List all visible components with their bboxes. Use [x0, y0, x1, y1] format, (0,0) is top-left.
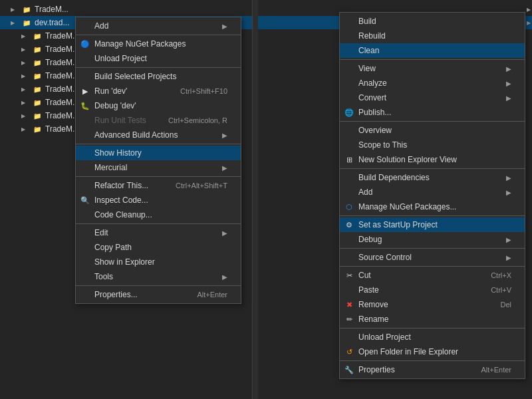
expand-arrow: ▶ [21, 113, 32, 119]
menu-label: Build Selected Projects [94, 72, 227, 81]
menu-label: Unload Project [358, 332, 511, 342]
menu-item-left-0[interactable]: Add ▶ [76, 19, 241, 33]
menu-label: Run Unit Tests [94, 116, 155, 125]
menu-item-left-9[interactable]: Advanced Build Actions ▶ [76, 128, 241, 142]
menu-separator-left-10 [76, 144, 241, 144]
menu-item-right-10[interactable]: Scope to This [340, 138, 525, 152]
menu-label: Add [358, 188, 503, 197]
menu-item-left-12[interactable]: Mercurial ▶ [76, 160, 241, 175]
menu-item-right-5[interactable]: Analyze ▶ [340, 76, 525, 90]
menu-item-right-2[interactable]: Clean [340, 43, 525, 58]
menu-item-right-11[interactable]: ⊞ New Solution Explorer View [340, 152, 525, 167]
menu-label: Manage NuGet Packages... [358, 202, 511, 211]
menu-shortcut: Alt+Enter [481, 366, 511, 374]
menu-separator-left-17 [76, 223, 241, 224]
menu-label: Refactor This... [94, 181, 162, 190]
menu-item-left-19[interactable]: Copy Path [76, 240, 241, 255]
menu-item-right-23[interactable]: Paste Ctrl+V [340, 283, 525, 297]
menu-item-right-1[interactable]: Rebuild [340, 29, 525, 43]
menu-item-right-28[interactable]: ↺ Open Folder in File Explorer [340, 344, 525, 359]
submenu-arrow: ▶ [506, 174, 511, 182]
tree-item-left-0[interactable]: ▶ 📁 TradeM... [0, 3, 252, 16]
menu-item-right-18[interactable]: Debug ▶ [340, 232, 525, 247]
menu-item-right-4[interactable]: View ▶ [340, 61, 525, 76]
menu-item-right-0[interactable]: Build [340, 14, 525, 29]
item-label: TradeM... [45, 124, 79, 134]
expand-arrow: ▶ [21, 86, 32, 92]
menu-shortcut: Ctrl+X [491, 271, 511, 279]
menu-item-left-21[interactable]: Tools ▶ [76, 269, 241, 284]
menu-label: Analyze [358, 78, 503, 88]
menu-icon: ↺ [344, 346, 354, 357]
menu-item-right-27[interactable]: Unload Project [340, 330, 525, 344]
submenu-arrow: ▶ [222, 132, 227, 139]
menu-separator-right-8 [340, 121, 525, 122]
menu-separator-right-16 [340, 215, 525, 216]
menu-label: Source Control [358, 253, 503, 262]
menu-label: Tools [94, 272, 219, 281]
menu-shortcut: Alt+Enter [197, 291, 227, 299]
item-label: TradeM... [45, 58, 79, 67]
menu-item-right-17[interactable]: ⚙ Set as StartUp Project [340, 217, 525, 232]
menu-label: Debug 'dev' [94, 101, 227, 110]
menu-item-left-18[interactable]: Edit ▶ [76, 225, 241, 240]
menu-shortcut: Del [500, 301, 511, 309]
item-icon: 📁 [32, 57, 43, 68]
expand-arrow: ▶ [21, 47, 32, 53]
submenu-arrow: ▶ [506, 65, 511, 72]
menu-separator-left-4 [76, 67, 241, 68]
menu-separator-left-22 [76, 285, 241, 286]
menu-icon: 🐛 [80, 100, 90, 111]
menu-item-right-20[interactable]: Source Control ▶ [340, 250, 525, 265]
menu-item-right-24[interactable]: ✖ Remove Del [340, 297, 525, 312]
menu-item-right-25[interactable]: ✏ Rename [340, 312, 525, 327]
submenu-arrow: ▶ [506, 80, 511, 87]
menu-item-right-13[interactable]: Build Dependencies ▶ [340, 170, 525, 185]
menu-item-left-11[interactable]: Show History [76, 146, 241, 160]
menu-item-right-15[interactable]: ⬡ Manage NuGet Packages... [340, 200, 525, 214]
menu-item-right-14[interactable]: Add ▶ [340, 185, 525, 200]
menu-separator-right-3 [340, 59, 525, 60]
menu-label: View [358, 64, 503, 73]
submenu-arrow: ▶ [222, 229, 227, 237]
submenu-arrow: ▶ [506, 189, 511, 196]
menu-label: New Solution Explorer View [358, 155, 511, 164]
menu-item-right-9[interactable]: Overview [340, 123, 525, 138]
menu-separator-right-19 [340, 248, 525, 249]
menu-item-left-16[interactable]: Code Cleanup... [76, 207, 241, 222]
menu-label: Properties... [94, 290, 184, 299]
menu-label: Properties [358, 365, 467, 374]
item-label: TradeM... [45, 84, 79, 94]
item-icon: 📁 [32, 110, 43, 121]
menu-item-left-2[interactable]: 🔵 Manage NuGet Packages [76, 37, 241, 51]
menu-label: Build Dependencies [358, 173, 503, 182]
menu-icon: 🔧 [344, 364, 354, 375]
menu-item-left-3[interactable]: Unload Project [76, 51, 241, 66]
menu-label: Open Folder in File Explorer [358, 347, 511, 356]
menu-item-left-15[interactable]: 🔍 Inspect Code... [76, 193, 241, 207]
menu-item-right-22[interactable]: ✂ Cut Ctrl+X [340, 268, 525, 283]
menu-item-left-6[interactable]: ▶ Run 'dev' Ctrl+Shift+F10 [76, 84, 241, 98]
submenu-arrow: ▶ [506, 236, 511, 243]
menu-shortcut: Ctrl+Semicolon, R [168, 116, 227, 124]
submenu-arrow: ▶ [506, 254, 511, 261]
menu-item-left-14[interactable]: Refactor This... Ctrl+Alt+Shift+T [76, 178, 241, 193]
menu-item-left-23[interactable]: Properties... Alt+Enter [76, 287, 241, 302]
menu-label: Rebuild [358, 31, 511, 41]
item-icon: 📁 [32, 70, 43, 81]
item-icon: 📁 [21, 4, 32, 15]
expand-arrow: ▶ [11, 20, 21, 26]
menu-separator-left-1 [76, 35, 241, 35]
menu-item-right-7[interactable]: 🌐 Publish... [340, 105, 525, 120]
menu-item-right-30[interactable]: 🔧 Properties Alt+Enter [340, 362, 525, 377]
menu-item-left-20[interactable]: Show in Explorer [76, 255, 241, 269]
menu-label: Build [358, 17, 511, 26]
menu-item-right-6[interactable]: Convert ▶ [340, 90, 525, 105]
menu-item-left-7[interactable]: 🐛 Debug 'dev' [76, 98, 241, 113]
submenu-arrow: ▶ [222, 164, 227, 172]
menu-icon: ▶ [80, 86, 90, 96]
menu-label: Inspect Code... [94, 196, 227, 205]
menu-separator-right-12 [340, 168, 525, 169]
menu-item-left-5[interactable]: Build Selected Projects [76, 69, 241, 84]
item-label: TradeM... [45, 98, 79, 107]
